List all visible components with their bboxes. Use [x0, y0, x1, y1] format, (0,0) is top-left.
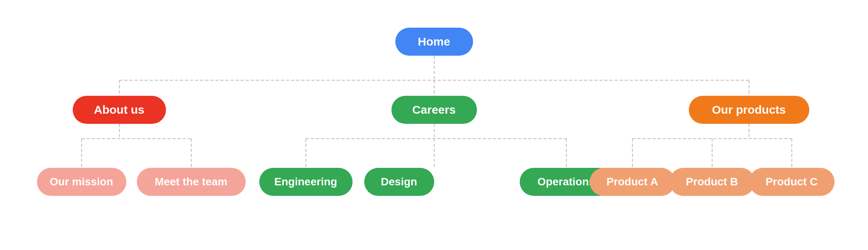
node-engineering[interactable]: Engineering [259, 168, 353, 196]
node-team[interactable]: Meet the team [137, 168, 246, 196]
node-team-label: Meet the team [155, 176, 227, 188]
node-careers[interactable]: Careers [391, 96, 477, 124]
node-product-c-label: Product C [766, 176, 818, 188]
node-product-a[interactable]: Product A [590, 168, 675, 196]
node-engineering-label: Engineering [274, 176, 337, 188]
node-home[interactable]: Home [395, 28, 473, 56]
node-about-label: About us [94, 103, 145, 116]
node-product-a-label: Product A [606, 176, 658, 188]
tree-diagram: Home About us Careers Our products Our m… [26, 12, 842, 238]
node-careers-label: Careers [412, 103, 456, 116]
node-product-c[interactable]: Product C [749, 168, 835, 196]
node-products-label: Our products [712, 103, 786, 116]
node-home-label: Home [418, 35, 450, 48]
node-product-b-label: Product B [686, 176, 738, 188]
node-operations-label: Operations [538, 176, 595, 188]
node-products[interactable]: Our products [689, 96, 809, 124]
node-about[interactable]: About us [73, 96, 166, 124]
node-design-label: Design [381, 176, 417, 188]
node-mission[interactable]: Our mission [37, 168, 126, 196]
node-product-b[interactable]: Product B [669, 168, 755, 196]
node-design[interactable]: Design [364, 168, 434, 196]
node-mission-label: Our mission [50, 176, 113, 188]
